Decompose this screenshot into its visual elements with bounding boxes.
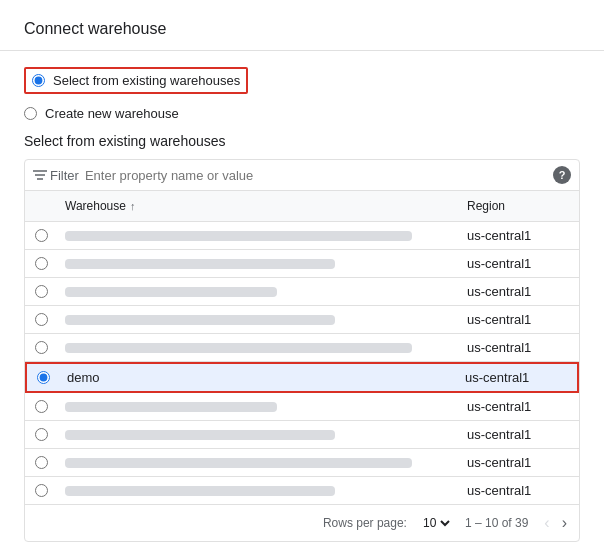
row-region: us-central1 [459,228,579,243]
pagination: Rows per page: 10 25 50 1 – 10 of 39 ‹ › [25,504,579,541]
option-existing-label: Select from existing warehouses [53,73,240,88]
row-warehouse-name [57,486,459,496]
help-icon[interactable]: ? [553,166,571,184]
dialog-header: Connect warehouse [0,0,604,51]
row-radio-6[interactable] [37,371,50,384]
row-radio-4[interactable] [35,313,48,326]
filter-input[interactable] [85,168,547,183]
row-radio-cell [25,428,57,441]
pagination-nav: ‹ › [540,515,571,531]
row-warehouse-name [57,458,459,468]
radio-existing[interactable] [32,74,45,87]
next-page-button[interactable]: › [558,515,571,531]
row-radio-8[interactable] [35,428,48,441]
row-radio-9[interactable] [35,456,48,469]
radio-new[interactable] [24,107,37,120]
warehouse-table: Filter ? Warehouse ↑ Region us-central1u… [24,159,580,542]
row-region: us-central1 [459,312,579,327]
section-title: Select from existing warehouses [24,133,580,149]
row-radio-2[interactable] [35,257,48,270]
option-new[interactable]: Create new warehouse [24,106,580,121]
header-region: Region [459,199,579,213]
rows-per-page-label: Rows per page: [323,516,407,530]
row-warehouse-name [57,430,459,440]
table-row[interactable]: us-central1 [25,421,579,449]
row-warehouse-name [57,343,459,353]
connect-warehouse-dialog: Connect warehouse Select from existing w… [0,0,604,553]
dialog-body: Select from existing warehouses Create n… [0,51,604,553]
filter-label: Filter [50,168,79,183]
row-region: us-central1 [459,256,579,271]
row-radio-cell [25,341,57,354]
sort-arrow-icon: ↑ [130,200,136,212]
row-region: us-central1 [459,483,579,498]
row-radio-cell [25,484,57,497]
row-warehouse-name [57,287,459,297]
row-radio-cell [27,371,59,384]
table-row[interactable]: us-central1 [25,393,579,421]
prev-page-button[interactable]: ‹ [540,515,553,531]
header-warehouse[interactable]: Warehouse ↑ [57,199,459,213]
row-region: us-central1 [459,427,579,442]
row-radio-cell [25,456,57,469]
table-row[interactable]: us-central1 [25,477,579,504]
header-radio-col [25,199,57,213]
row-radio-7[interactable] [35,400,48,413]
table-row[interactable]: us-central1 [25,222,579,250]
filter-icon: Filter [33,168,79,183]
row-radio-cell [25,285,57,298]
row-radio-10[interactable] [35,484,48,497]
row-region: us-central1 [459,455,579,470]
row-warehouse-name [57,259,459,269]
row-radio-cell [25,257,57,270]
filter-bar: Filter ? [25,160,579,191]
row-warehouse-name: demo [59,370,457,385]
table-row[interactable]: us-central1 [25,306,579,334]
table-row[interactable]: us-central1 [25,449,579,477]
table-row[interactable]: us-central1 [25,278,579,306]
table-row[interactable]: demous-central1 [25,362,579,393]
row-region: us-central1 [459,399,579,414]
row-region: us-central1 [457,370,577,385]
option-new-label: Create new warehouse [45,106,179,121]
row-region: us-central1 [459,340,579,355]
row-warehouse-name [57,402,459,412]
pagination-range: 1 – 10 of 39 [465,516,528,530]
table-row[interactable]: us-central1 [25,250,579,278]
row-radio-1[interactable] [35,229,48,242]
row-radio-cell [25,400,57,413]
rows-per-page-select[interactable]: 10 25 50 [419,515,453,531]
row-radio-3[interactable] [35,285,48,298]
table-rows-container: us-central1us-central1us-central1us-cent… [25,222,579,504]
dialog-title: Connect warehouse [24,20,580,38]
row-radio-5[interactable] [35,341,48,354]
row-region: us-central1 [459,284,579,299]
row-warehouse-name [57,315,459,325]
row-warehouse-name [57,231,459,241]
option-existing[interactable]: Select from existing warehouses [24,67,248,94]
row-radio-cell [25,313,57,326]
table-header: Warehouse ↑ Region [25,191,579,222]
row-radio-cell [25,229,57,242]
table-row[interactable]: us-central1 [25,334,579,362]
